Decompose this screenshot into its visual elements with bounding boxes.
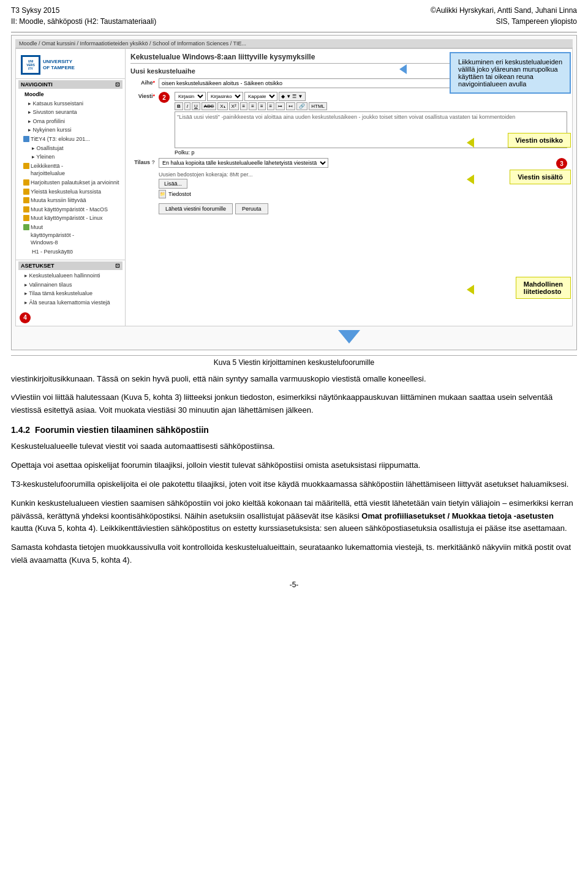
settings-item-hallinnointi[interactable]: ▸ Keskustelualueen hallinnointi	[18, 271, 123, 280]
form-row-tilaus: Tilaus ? En halua kopioita tälle keskust…	[130, 158, 567, 169]
indent-btn[interactable]: ↦	[276, 102, 285, 110]
align-center-btn[interactable]: ≡	[249, 102, 257, 110]
forum-icon-4	[23, 197, 29, 203]
aihe-label: Aihe*	[130, 78, 155, 86]
para2: vViestiin voi liittää halutessaan (Kuva …	[11, 391, 577, 417]
tilaus-icon: ?	[152, 159, 156, 165]
settings-section: ASETUKSET ⊡ ▸ Keskustelualueen hallinnoi…	[16, 260, 125, 308]
uni-logo: UNI VERS ITY	[21, 55, 40, 75]
nav-item-nykyinen[interactable]: ▸ Nykyinen kurssi	[18, 126, 123, 135]
nav-item-leikkikentta[interactable]: Leikkikenttä -harjoittelualue	[18, 162, 123, 178]
underline-btn[interactable]: U	[192, 102, 200, 110]
folder-icon	[23, 136, 29, 142]
align-left-btn[interactable]: ≡	[240, 102, 248, 110]
tilaus-select-area: En halua kopioita tälle keskustelualueel…	[159, 158, 549, 168]
forum-icon-2	[23, 179, 29, 186]
main-content: Moodle / Omat kurssini / Informaatiotiet…	[0, 35, 588, 367]
arrow-down-area	[15, 326, 573, 346]
para7: Samasta kohdasta tietojen muokkaussivull…	[11, 541, 577, 567]
link-btn[interactable]: 🔗	[296, 102, 307, 110]
add-attachment-btn[interactable]: Lisää...	[159, 179, 187, 189]
nav-item-yleinen[interactable]: ▸ Yleinen	[18, 152, 123, 162]
nav-item-windows8[interactable]: Muutkäyttöympäristöt -Windows-8	[18, 223, 123, 247]
forum-icon-3	[23, 189, 29, 195]
callout-nav-line2: välillä joko yläreunan murupolkua	[458, 66, 562, 73]
callout-nav-line3: käyttäen tai oikean reuna	[458, 73, 562, 80]
cancel-btn[interactable]: Peruuta	[235, 203, 268, 214]
svg-text:ITY: ITY	[28, 67, 33, 70]
nav-item-sivuston[interactable]: ▸ Sivuston seuranta	[18, 108, 123, 117]
tilaus-select[interactable]: En halua kopioita tälle keskustelualueel…	[159, 158, 328, 168]
course-subtitle: II: Moodle, sähköposti (H2: Taustamateri…	[11, 16, 156, 27]
arrow-left-breadcrumb	[399, 64, 407, 74]
folder-file-icon: 📁	[159, 190, 166, 198]
required-star: *	[153, 80, 155, 86]
html-btn[interactable]: HTML	[309, 102, 327, 110]
para3: Keskustelualueelle tulevat viestit voi s…	[11, 440, 577, 453]
font-family-select[interactable]: Kirjasin	[175, 92, 206, 101]
callout-navigation: Liikkuminen eri keskustelualueiden välil…	[450, 52, 571, 94]
sub-btn[interactable]: X₁	[217, 102, 227, 110]
callout-liite-text: Mahdollinenliitetiedosto	[524, 280, 563, 295]
caption-text: Kuva 5 Viestin kirjoittaminen keskustelu…	[214, 358, 375, 367]
nav-item-moodle[interactable]: Moodle	[18, 90, 123, 99]
nav-item-harjoitusten[interactable]: Harjoitusten palautukset ja arvioinnit	[18, 178, 123, 187]
forum-icon-7	[23, 224, 29, 230]
down-arrow-icon	[338, 330, 360, 344]
badge-4: 4	[20, 312, 31, 323]
settings-item-seuraa[interactable]: ▸ Älä seuraa lukemattomia viestejä	[18, 298, 123, 307]
nav-item-macos[interactable]: Muut käyttöympäristöt - MacOS	[18, 205, 123, 214]
strikethrough-btn[interactable]: ABC	[202, 102, 216, 110]
paragraph-select[interactable]: Kappale	[244, 92, 277, 101]
bold-btn[interactable]: B	[175, 102, 183, 110]
nav-item-h1[interactable]: H1 - Peruskäyttö	[18, 247, 123, 257]
para6-bold: Omat profiiliasetukset / Muokkaa tietoja…	[361, 511, 554, 520]
sup-btn[interactable]: X²	[229, 102, 239, 110]
settings-item-valinnainen[interactable]: ▸ Valinnainen tilaus	[18, 280, 123, 290]
callout-otsikko: Viestin otsikko	[508, 133, 571, 148]
arrow-sisalto	[467, 175, 474, 184]
submit-btn[interactable]: Lähetä viestini foorumille	[159, 203, 233, 214]
nav-item-yleista[interactable]: Yleistä keskustelua kurssista	[18, 187, 123, 197]
path-label: Polku: p	[175, 149, 195, 156]
para1: viestinkirjoitusikkunaan. Tässä on sekin…	[11, 373, 577, 386]
arrow-liitetiedosto	[467, 285, 474, 295]
para6: Kunkin keskustelualueen viestien saamise…	[11, 497, 577, 535]
message-content: "Lisää uusi viesti" -painikkeesta voi al…	[177, 114, 515, 120]
settings-item-tilaa[interactable]: ▸ Tilaa tämä keskustelualue	[18, 289, 123, 298]
badge-2: 2	[159, 92, 170, 103]
align-right-btn[interactable]: ≡	[258, 102, 266, 110]
uni-logo-area: UNI VERS ITY UNIVERSITYOF TAMPERE	[16, 51, 125, 79]
uni-name: UNIVERSITYOF TAMPERE	[43, 59, 75, 72]
font-size-select[interactable]: Kirjasinko	[207, 92, 243, 101]
badge-mahdollinen: 3	[556, 158, 567, 169]
moodle-sidebar: UNI VERS ITY UNIVERSITYOF TAMPERE NAVIGO…	[15, 48, 126, 326]
align-justify-btn[interactable]: ≡	[267, 102, 275, 110]
nav-item-muuta[interactable]: Muuta kurssiin liittyvää	[18, 196, 123, 205]
viesti-input-area: 2 Kirjasin Kirjasinko	[159, 92, 567, 156]
page-header: T3 Syksy 2015 II: Moodle, sähköposti (H2…	[0, 0, 588, 29]
nav-section-title: NAVIGOINTI ⊡	[18, 80, 123, 89]
attachment-area: Lisää... 📁 Tiedostot	[159, 179, 567, 200]
nav-item-osallistujat[interactable]: ▸ Osallistujat	[18, 144, 123, 153]
forum-icon-5	[23, 206, 29, 212]
header-right: ©Aulikki Hyrskykari, Antti Sand, Juhani …	[431, 5, 577, 27]
nav-item-katsaus[interactable]: ▸ Katsaus kursseistani	[18, 99, 123, 108]
forum-icon-1	[23, 163, 29, 169]
toolbar-row-2: B I U ABC X₁ X² ≡ ≡ ≡	[175, 102, 567, 110]
copyright-line2: SIS, Tampereen yliopisto	[431, 16, 577, 27]
nav-item-tiey4[interactable]: TiEY4 (T3: elokuu 201...	[18, 135, 123, 144]
italic-btn[interactable]: I	[184, 102, 190, 110]
callout-sisalto-text: Viestin sisältö	[518, 173, 563, 181]
figure-wrapper: Moodle / Omat kurssini / Informaatiotiet…	[11, 35, 577, 350]
outdent-btn[interactable]: ↤	[286, 102, 295, 110]
nav-item-oma[interactable]: ▸ Oma profiilini	[18, 117, 123, 126]
callout-liitetiedosto: Mahdollinenliitetiedosto	[516, 277, 571, 299]
breadcrumb-text: Moodle / Omat kurssini / Informaatiotiet…	[19, 40, 246, 47]
forum-icon-6	[23, 215, 29, 221]
nav-item-linux[interactable]: Muut käyttöympäristöt - Linux	[18, 214, 123, 223]
settings-section-title: ASETUKSET ⊡	[18, 261, 123, 270]
tiedostot-label: Tiedostot	[168, 191, 191, 197]
tilaus-label: Tilaus ?	[130, 158, 155, 165]
toolbar-btn-omega[interactable]: ◆ ▼ ☰ ▼	[279, 92, 306, 101]
